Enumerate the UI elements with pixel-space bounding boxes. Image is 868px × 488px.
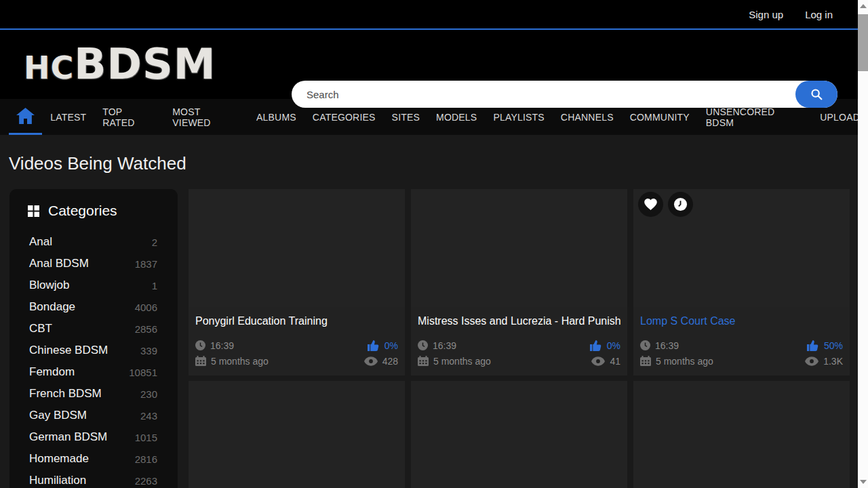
video-thumbnail[interactable] (411, 381, 627, 488)
video-thumbnail[interactable] (633, 381, 850, 488)
video-card-4 (189, 381, 405, 488)
search-button[interactable] (795, 81, 837, 108)
video-thumbnail[interactable] (189, 189, 405, 307)
clock-icon (418, 340, 428, 350)
video-thumbnail[interactable] (411, 189, 627, 307)
video-title[interactable]: Ponygirl Education Training (195, 315, 398, 327)
category-item-chinese-bdsm[interactable]: Chinese BDSM339 (29, 340, 157, 361)
home-icon (16, 108, 35, 124)
categories-title: Categories (48, 203, 117, 219)
main-content: Videos Being Watched Categories Anal2 An… (0, 135, 868, 488)
view-count: 41 (591, 356, 620, 367)
duration: 16:39 (418, 340, 456, 351)
eye-icon (364, 357, 378, 366)
logo-text-large: BDSM (74, 39, 216, 89)
nav-item-top-rated[interactable]: TOP RATED (94, 99, 164, 135)
rating: 0% (589, 340, 620, 351)
category-item-anal[interactable]: Anal2 (29, 231, 157, 253)
video-title[interactable]: Mistress Isses and Lucrezia - Hard Punis… (418, 315, 620, 327)
calendar-icon (195, 356, 206, 366)
login-link[interactable]: Log in (805, 9, 833, 20)
view-count: 1.3K (805, 356, 843, 367)
nav-item-most-viewed[interactable]: MOST VIEWED (164, 99, 248, 135)
calendar-icon (418, 356, 429, 366)
nav-item-latest[interactable]: LATEST (42, 99, 94, 135)
search-input[interactable] (292, 81, 837, 108)
scrollbar-thumb[interactable] (858, 14, 868, 71)
category-list: Anal2 Anal BDSM1837 Blowjob1 Bondage4006… (9, 231, 178, 488)
rating: 0% (367, 340, 398, 351)
category-item-femdom[interactable]: Femdom10851 (29, 361, 157, 383)
upload-age: 5 months ago (418, 356, 491, 367)
category-item-anal-bdsm[interactable]: Anal BDSM1837 (29, 253, 157, 274)
clock-icon (640, 340, 650, 350)
video-card-3: Lomp S Court Case 16:39 50% (633, 189, 850, 375)
upload-age: 5 months ago (640, 356, 713, 367)
video-card-2: Mistress Isses and Lucrezia - Hard Punis… (411, 189, 627, 375)
category-item-blowjob[interactable]: Blowjob1 (29, 274, 157, 296)
grid-icon (28, 205, 39, 217)
thumb-up-icon (589, 340, 602, 351)
site-logo[interactable]: HCBDSM (24, 43, 216, 85)
eye-icon (805, 357, 818, 366)
video-card-6 (633, 381, 850, 488)
category-item-cbt[interactable]: CBT2856 (29, 318, 157, 340)
search-box (292, 81, 837, 108)
category-item-bondage[interactable]: Bondage4006 (29, 296, 157, 318)
scroll-down-arrow-icon[interactable] (860, 480, 867, 484)
watch-later-button[interactable] (668, 192, 693, 217)
categories-header: Categories (9, 203, 178, 219)
video-title[interactable]: Lomp S Court Case (640, 315, 843, 327)
watch-later-icon (673, 197, 688, 211)
heart-icon (644, 199, 657, 210)
clock-icon (195, 340, 205, 350)
nav-item-home[interactable] (9, 99, 42, 135)
page-title: Videos Being Watched (0, 135, 868, 174)
category-item-german-bdsm[interactable]: German BDSM1015 (29, 426, 157, 448)
duration: 16:39 (195, 340, 234, 351)
thumb-up-icon (806, 340, 819, 351)
duration: 16:39 (640, 340, 679, 351)
magnifier-icon (809, 87, 824, 102)
view-count: 428 (364, 356, 398, 367)
thumb-action-overlay (638, 192, 693, 217)
scrollbar[interactable] (858, 0, 868, 488)
eye-icon (591, 357, 605, 366)
video-grid: Ponygirl Education Training 16:39 0% (189, 189, 850, 488)
scroll-up-arrow-icon[interactable] (860, 4, 867, 8)
rating: 50% (806, 340, 843, 351)
favorite-button[interactable] (638, 192, 663, 217)
category-item-french-bdsm[interactable]: French BDSM230 (29, 383, 157, 405)
category-item-gay-bdsm[interactable]: Gay BDSM243 (29, 405, 157, 426)
thumb-up-icon (367, 340, 380, 351)
calendar-icon (640, 356, 651, 366)
category-item-humiliation[interactable]: Humiliation2263 (29, 470, 157, 488)
site-header: HCBDSM (0, 30, 868, 99)
video-card-1: Ponygirl Education Training 16:39 0% (189, 189, 405, 375)
topbar: Sign up Log in (0, 0, 868, 30)
video-thumbnail[interactable] (189, 381, 405, 488)
signup-link[interactable]: Sign up (749, 9, 783, 20)
upload-age: 5 months ago (195, 356, 269, 367)
categories-panel: Categories Anal2 Anal BDSM1837 Blowjob1 … (9, 189, 178, 488)
category-item-homemade[interactable]: Homemade2816 (29, 448, 157, 470)
logo-text-small: HC (24, 49, 74, 86)
video-card-5 (411, 381, 627, 488)
video-thumbnail[interactable] (633, 189, 850, 307)
